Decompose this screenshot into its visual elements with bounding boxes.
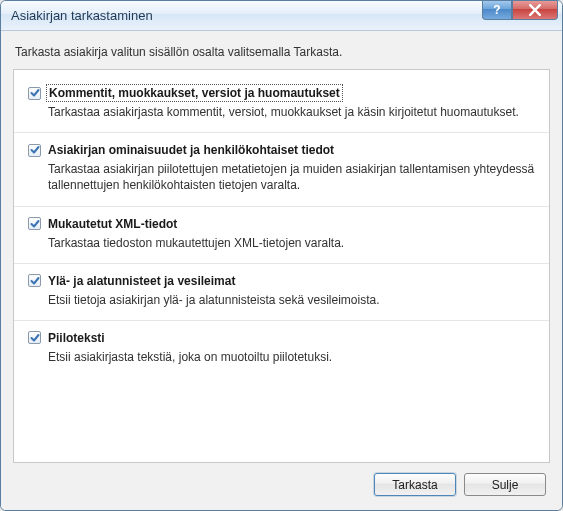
window-buttons: ? <box>482 0 558 20</box>
option-row: PiilotekstiEtsii asiakirjasta tekstiä, j… <box>14 321 549 377</box>
checkbox[interactable] <box>28 331 41 344</box>
option-row: Asiakirjan ominaisuudet ja henkilökohtai… <box>14 133 549 206</box>
option-description: Tarkastaa tiedoston mukautettujen XML-ti… <box>48 235 535 251</box>
checkbox[interactable] <box>28 87 41 100</box>
checkbox[interactable] <box>28 274 41 287</box>
option-head: Kommentit, muokkaukset, versiot ja huoma… <box>28 86 535 100</box>
option-row: Kommentit, muokkaukset, versiot ja huoma… <box>14 76 549 133</box>
check-icon <box>30 219 40 229</box>
option-head: Ylä- ja alatunnisteet ja vesileimat <box>28 274 535 288</box>
option-head: Mukautetut XML-tiedot <box>28 217 535 231</box>
check-icon <box>30 88 40 98</box>
option-title: Mukautetut XML-tiedot <box>48 217 177 231</box>
option-description: Etsii asiakirjasta tekstiä, joka on muot… <box>48 349 535 365</box>
option-title: Piiloteksti <box>48 331 105 345</box>
instruction-text: Tarkasta asiakirja valitun sisällön osal… <box>15 45 548 59</box>
window-title: Asiakirjan tarkastaminen <box>11 8 556 23</box>
close-icon <box>529 4 541 16</box>
check-icon <box>30 333 40 343</box>
option-description: Tarkastaa asiakirjasta kommentit, versio… <box>48 104 535 120</box>
check-icon <box>30 145 40 155</box>
option-row: Mukautetut XML-tiedotTarkastaa tiedoston… <box>14 207 549 264</box>
content-area: Tarkasta asiakirja valitun sisällön osal… <box>1 31 562 510</box>
option-title: Kommentit, muokkaukset, versiot ja huoma… <box>48 86 341 100</box>
help-button[interactable]: ? <box>482 0 512 20</box>
check-icon <box>30 276 40 286</box>
option-description: Tarkastaa asiakirjan piilotettujen metat… <box>48 161 535 193</box>
option-row: Ylä- ja alatunnisteet ja vesileimatEtsii… <box>14 264 549 321</box>
option-title: Asiakirjan ominaisuudet ja henkilökohtai… <box>48 143 334 157</box>
option-title: Ylä- ja alatunnisteet ja vesileimat <box>48 274 235 288</box>
dialog-window: Asiakirjan tarkastaminen ? Tarkasta asia… <box>0 0 563 511</box>
close-window-button[interactable] <box>512 0 558 20</box>
button-row: Tarkasta Sulje <box>13 463 550 500</box>
checkbox[interactable] <box>28 144 41 157</box>
titlebar: Asiakirjan tarkastaminen ? <box>1 1 562 31</box>
inspect-button[interactable]: Tarkasta <box>374 473 456 496</box>
option-head: Piiloteksti <box>28 331 535 345</box>
option-description: Etsii tietoja asiakirjan ylä- ja alatunn… <box>48 292 535 308</box>
option-head: Asiakirjan ominaisuudet ja henkilökohtai… <box>28 143 535 157</box>
close-button[interactable]: Sulje <box>464 473 546 496</box>
checkbox[interactable] <box>28 217 41 230</box>
options-panel: Kommentit, muokkaukset, versiot ja huoma… <box>13 69 550 463</box>
help-icon: ? <box>493 3 500 17</box>
